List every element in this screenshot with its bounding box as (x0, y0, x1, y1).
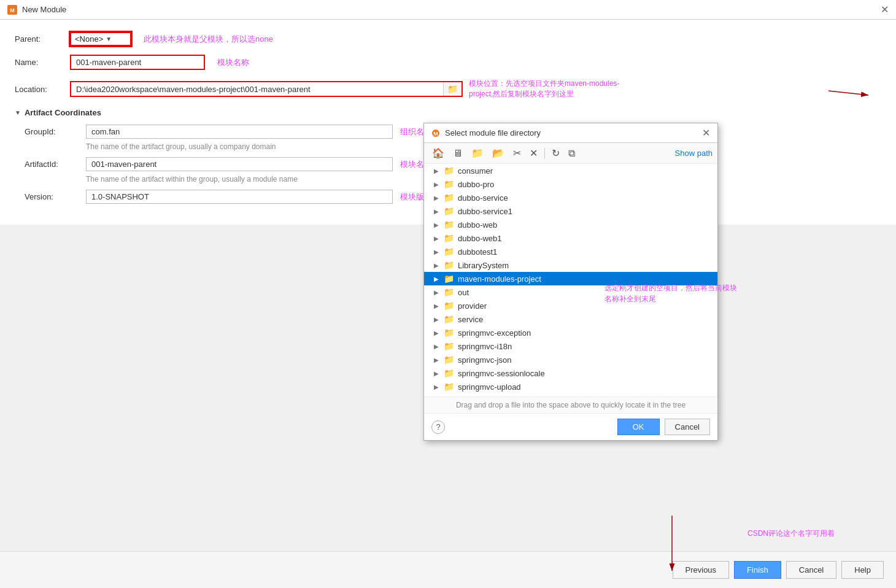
tree-item-arrow-icon: ▶ (434, 181, 440, 188)
folder-icon: 📁 (444, 233, 454, 243)
file-dialog-toolbar: 🏠 🖥 📁 📂 ✂ ✕ ↻ ⧉ Show path (424, 143, 717, 164)
version-label: Version: (25, 192, 86, 201)
folder-icon: 📁 (444, 301, 454, 311)
tree-item-label: springmvc-json (458, 355, 511, 365)
selected-annotation: 选定刚才创建的空项目，然后将当前模块名称补全到末尾 (604, 282, 740, 304)
folder-icon: 📁 (444, 287, 454, 297)
artifactid-input[interactable] (86, 157, 393, 171)
folder-icon: 📁 (444, 166, 454, 176)
name-input[interactable] (70, 55, 205, 70)
name-control: 模块名称 (70, 55, 249, 70)
tree-item-arrow-icon: ▶ (434, 235, 440, 242)
tree-item-arrow-icon: ▶ (434, 357, 440, 363)
folder-icon: 📁 (444, 260, 454, 270)
version-input[interactable] (86, 190, 393, 204)
tree-item-label: dubbo-pro (458, 180, 494, 189)
tree-item[interactable]: ▶📁consumer (424, 164, 717, 177)
cancel-button[interactable]: Cancel (665, 419, 710, 435)
tree-item-arrow-icon: ▶ (434, 384, 440, 390)
location-input[interactable] (71, 83, 443, 96)
tree-item[interactable]: ▶📁dubbo-web1 (424, 231, 717, 245)
tree-item-label: provider (458, 301, 487, 311)
tree-item-label: out (458, 288, 469, 297)
tree-item-arrow-icon: ▶ (434, 370, 440, 377)
name-annotation: 模块名称 (217, 57, 249, 68)
tree-item[interactable]: ▶📁springmvc-json (424, 353, 717, 366)
tree-item[interactable]: ▶📁dubbotest1 (424, 245, 717, 258)
tree-item[interactable]: ▶📁springmvc-upload (424, 380, 717, 393)
new-folder-button[interactable]: 📁 (468, 145, 487, 161)
folder-icon: 📁 (444, 368, 454, 378)
folder-icon: 📁 (444, 382, 454, 392)
window-title: New Module (22, 5, 66, 14)
artifactid-label: ArtifactId: (25, 160, 86, 169)
browse-button[interactable]: 📁 (443, 82, 462, 96)
help-button[interactable]: Help (841, 561, 884, 579)
delete-button[interactable]: ✕ (527, 145, 541, 161)
tree-item[interactable]: ▶📁dubbo-service (424, 191, 717, 204)
close-button[interactable]: ✕ (881, 5, 889, 15)
tree-item[interactable]: ▶📁springmvc-i18n (424, 339, 717, 353)
tree-item-label: dubbo-service (458, 193, 508, 203)
refresh-button[interactable]: ↻ (549, 145, 563, 161)
location-label: Location: (15, 85, 70, 94)
folder-icon: 📁 (444, 179, 454, 189)
tree-item[interactable]: ▶📁dubbo-pro (424, 177, 717, 191)
tree-item[interactable]: ▶📁springmvc-sessionlocale (424, 366, 717, 380)
cut-button[interactable]: ✂ (510, 145, 524, 161)
file-dialog-close-button[interactable]: ✕ (702, 127, 710, 139)
tree-item-label: springmvc-upload (458, 382, 521, 392)
location-input-wrapper: 📁 (70, 81, 463, 97)
tree-item[interactable]: ▶📁dubbo-service1 (424, 204, 717, 218)
previous-button[interactable]: Previous (673, 561, 730, 579)
folder-icon: 📁 (444, 341, 454, 351)
tree-item-arrow-icon: ▶ (434, 303, 440, 309)
main-cancel-button[interactable]: Cancel (786, 561, 836, 579)
file-dialog-buttons: OK Cancel (617, 419, 710, 435)
tree-item-label: springmvc-exception (458, 328, 531, 338)
tree-item-label: dubbo-web (458, 220, 497, 230)
parent-dropdown-value: <None> (75, 34, 103, 44)
folder-icon: 📁 (444, 206, 454, 216)
parent-label: Parent: (15, 34, 70, 44)
folder-up-button[interactable]: 📂 (489, 145, 508, 161)
show-path-link[interactable]: Show path (675, 149, 713, 158)
tree-item-arrow-icon: ▶ (434, 343, 440, 350)
tree-item-arrow-icon: ▶ (434, 330, 440, 336)
file-dialog-title-bar: M Select module file directory ✕ (424, 123, 717, 143)
tree-item-label: consumer (458, 166, 493, 176)
file-dialog-title-text: Select module file directory (445, 128, 541, 137)
drag-hint: Drag and drop a file into the space abov… (424, 397, 717, 414)
tree-item-label: dubbo-web1 (458, 234, 502, 243)
copy-button[interactable]: ⧉ (565, 146, 578, 161)
groupid-input[interactable] (86, 125, 393, 139)
help-circle-button[interactable]: ? (431, 420, 445, 434)
dropdown-arrow-icon: ▼ (106, 36, 126, 42)
home-button[interactable]: 🏠 (429, 145, 447, 161)
parent-control: <None> ▼ 此模块本身就是父模块，所以选none (70, 32, 273, 46)
ok-button[interactable]: OK (617, 419, 660, 435)
title-bar: M New Module ✕ (0, 0, 896, 20)
tree-item[interactable]: ▶📁LibrarySystem (424, 258, 717, 272)
parent-annotation: 此模块本身就是父模块，所以选none (144, 34, 273, 45)
desktop-button[interactable]: 🖥 (450, 146, 466, 161)
groupid-label: GroupId: (25, 127, 86, 136)
file-dialog-icon: M (431, 129, 440, 137)
location-annotation: 模块位置：先选空项目文件夹maven-modules-project,然后复制模… (469, 79, 641, 99)
bottom-annotation: CSDN评论这个名字可用着 (747, 528, 835, 539)
parent-dropdown[interactable]: <None> ▼ (70, 32, 131, 46)
file-tree[interactable]: ▶📁consumer▶📁dubbo-pro▶📁dubbo-service▶📁du… (424, 164, 717, 397)
tree-item[interactable]: ▶📁springmvc-exception (424, 326, 717, 339)
finish-button[interactable]: Finish (734, 561, 781, 579)
tree-item[interactable]: ▶📁service (424, 312, 717, 326)
tree-item-label: maven-modules-project (458, 274, 541, 284)
folder-icon: 📁 (444, 274, 454, 284)
file-dialog-footer: ? OK Cancel (424, 414, 717, 440)
folder-icon: 📁 (444, 314, 454, 324)
tree-item[interactable]: ▶📁dubbo-web (424, 218, 717, 231)
app-icon: M (7, 5, 17, 15)
tree-item-label: springmvc-i18n (458, 342, 512, 351)
tree-item-arrow-icon: ▶ (434, 262, 440, 269)
name-label: Name: (15, 58, 70, 67)
tree-item-label: springmvc-sessionlocale (458, 369, 545, 378)
